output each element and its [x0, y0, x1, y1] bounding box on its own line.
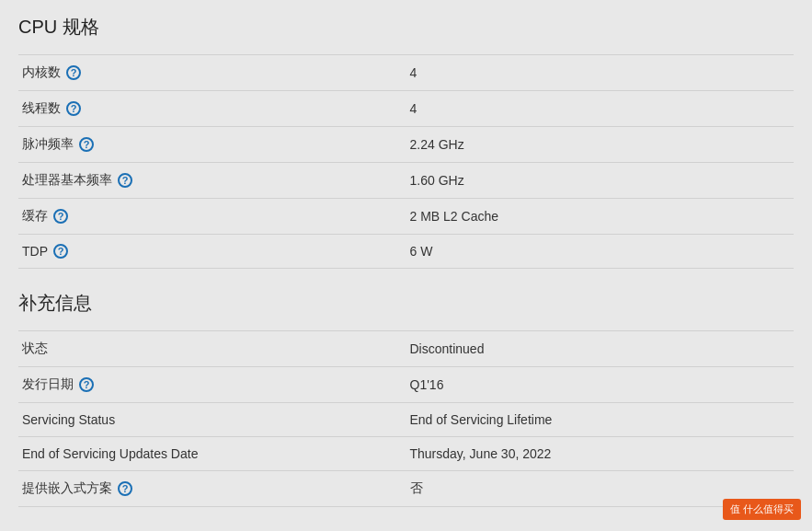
- info-icon[interactable]: ?: [79, 137, 94, 152]
- info-icon[interactable]: ?: [66, 101, 81, 116]
- cpu-section-title: CPU 规格: [18, 15, 794, 43]
- spec-value: 4: [406, 55, 795, 91]
- info-icon[interactable]: ?: [118, 481, 132, 496]
- table-row: 发行日期?Q1'16: [18, 367, 794, 403]
- spec-label: 发行日期: [22, 376, 74, 393]
- spec-value: 6 W: [406, 235, 795, 269]
- spec-label: 缓存: [22, 208, 48, 225]
- table-row: 线程数?4: [18, 91, 794, 127]
- spec-label-cell: Servicing Status: [18, 403, 406, 437]
- supplement-section-title: 补充信息: [18, 291, 794, 319]
- spec-value: Discontinued: [406, 331, 795, 367]
- info-icon[interactable]: ?: [53, 244, 68, 259]
- spec-label-cell: 发行日期?: [18, 367, 406, 403]
- spec-value: 4: [406, 91, 795, 127]
- spec-value: Thursday, June 30, 2022: [406, 437, 795, 471]
- table-row: 状态Discontinued: [18, 331, 794, 367]
- spec-value: 2 MB L2 Cache: [406, 199, 795, 235]
- table-row: 内核数?4: [18, 55, 794, 91]
- spec-label: 脉冲频率: [22, 136, 74, 153]
- spec-label: 处理器基本频率: [22, 172, 112, 189]
- table-row: 脉冲频率?2.24 GHz: [18, 127, 794, 163]
- info-icon[interactable]: ?: [118, 173, 132, 188]
- spec-value: Q1'16: [406, 367, 795, 403]
- info-icon[interactable]: ?: [79, 377, 94, 392]
- table-row: 提供嵌入式方案?否: [18, 471, 794, 507]
- spec-label-cell: End of Servicing Updates Date: [18, 437, 406, 471]
- spec-label-cell: 缓存?: [18, 199, 406, 235]
- spec-value: End of Servicing Lifetime: [406, 403, 795, 437]
- cpu-spec-table: 内核数?4线程数?4脉冲频率?2.24 GHz处理器基本频率?1.60 GHz缓…: [18, 54, 794, 269]
- info-icon[interactable]: ?: [53, 209, 68, 224]
- spec-value: 2.24 GHz: [406, 127, 795, 163]
- table-row: TDP?6 W: [18, 235, 794, 269]
- spec-value: 1.60 GHz: [406, 163, 795, 199]
- spec-label-cell: 脉冲频率?: [18, 127, 406, 163]
- spec-label: 提供嵌入式方案: [22, 480, 112, 497]
- spec-label: TDP: [22, 244, 48, 259]
- supplement-spec-table: 状态Discontinued发行日期?Q1'16Servicing Status…: [18, 330, 794, 507]
- main-container: CPU 规格 内核数?4线程数?4脉冲频率?2.24 GHz处理器基本频率?1.…: [0, 0, 812, 529]
- spec-label-cell: 提供嵌入式方案?: [18, 471, 406, 507]
- spec-label-cell: 处理器基本频率?: [18, 163, 406, 199]
- watermark: 值 什么值得买: [723, 499, 801, 520]
- info-icon[interactable]: ?: [66, 65, 81, 80]
- spec-label: 线程数: [22, 100, 61, 117]
- spec-label-cell: 线程数?: [18, 91, 406, 127]
- spec-label: End of Servicing Updates Date: [22, 446, 198, 461]
- supplement-section: 补充信息 状态Discontinued发行日期?Q1'16Servicing S…: [18, 291, 794, 507]
- table-row: 处理器基本频率?1.60 GHz: [18, 163, 794, 199]
- spec-label: Servicing Status: [22, 412, 115, 427]
- table-row: 缓存?2 MB L2 Cache: [18, 199, 794, 235]
- spec-label-cell: 状态: [18, 331, 406, 367]
- spec-label-cell: TDP?: [18, 235, 406, 269]
- cpu-section: CPU 规格 内核数?4线程数?4脉冲频率?2.24 GHz处理器基本频率?1.…: [18, 15, 794, 269]
- table-row: End of Servicing Updates DateThursday, J…: [18, 437, 794, 471]
- spec-label-cell: 内核数?: [18, 55, 406, 91]
- spec-label: 内核数: [22, 64, 61, 81]
- table-row: Servicing StatusEnd of Servicing Lifetim…: [18, 403, 794, 437]
- spec-label: 状态: [22, 341, 48, 357]
